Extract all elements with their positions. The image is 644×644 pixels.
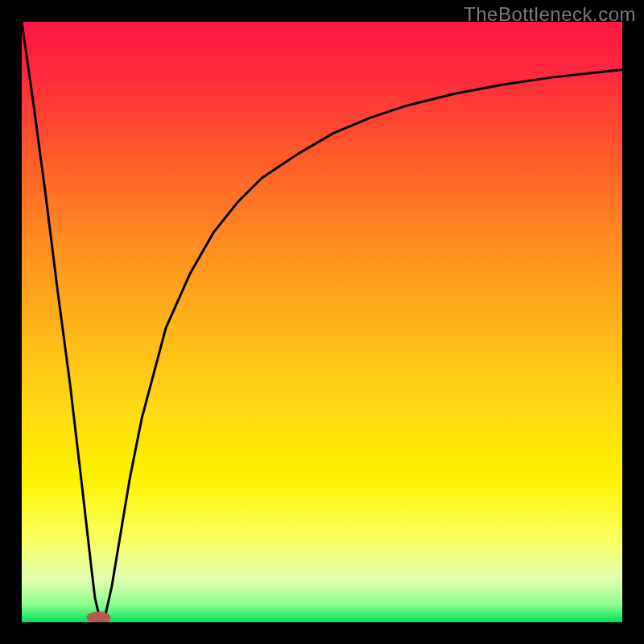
chart-frame: TheBottleneck.com (0, 0, 644, 644)
curve-layer (22, 22, 622, 622)
plot-area (22, 22, 622, 622)
bottleneck-curve (22, 22, 622, 617)
watermark-text: TheBottleneck.com (464, 3, 636, 26)
